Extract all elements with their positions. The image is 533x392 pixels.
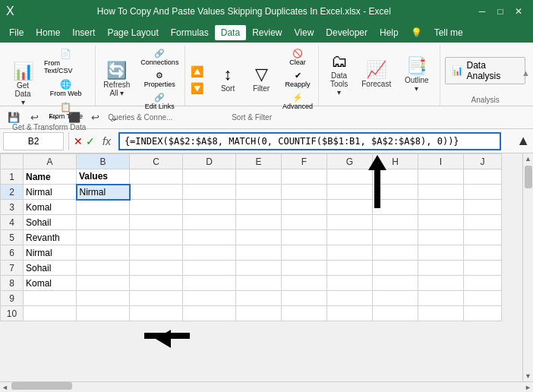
cell-I7[interactable] xyxy=(418,261,464,276)
confirm-formula-icon[interactable]: ✓ xyxy=(86,135,95,147)
from-web-button[interactable]: 🌐 From Web xyxy=(41,77,90,99)
menu-review[interactable]: Review xyxy=(246,25,288,40)
cell-F10[interactable] xyxy=(282,306,327,321)
cell-B4[interactable] xyxy=(77,215,130,230)
cell-G4[interactable] xyxy=(327,215,373,230)
cell-I6[interactable] xyxy=(418,245,464,261)
cell-A9[interactable] xyxy=(24,291,77,306)
cell-I10[interactable] xyxy=(418,306,464,321)
cell-B7[interactable] xyxy=(77,261,130,276)
filter-button[interactable]: ▽ Filter xyxy=(246,63,276,96)
cell-J6[interactable] xyxy=(464,245,502,261)
col-header-F[interactable]: F xyxy=(282,154,327,169)
cell-H10[interactable] xyxy=(373,306,418,321)
menu-file[interactable]: File xyxy=(3,25,30,40)
col-header-B[interactable]: B xyxy=(77,154,130,169)
cell-J4[interactable] xyxy=(464,215,502,230)
cell-H7[interactable] xyxy=(373,261,418,276)
cell-C6[interactable] xyxy=(130,245,183,261)
col-header-I[interactable]: I xyxy=(418,154,464,169)
cell-J2[interactable] xyxy=(464,185,502,200)
h-scroll-thumb[interactable] xyxy=(11,382,72,390)
cell-F8[interactable] xyxy=(282,276,327,291)
cell-C8[interactable] xyxy=(130,276,183,291)
menu-data[interactable]: Data xyxy=(215,25,246,40)
cell-D5[interactable] xyxy=(183,230,236,245)
cell-J9[interactable] xyxy=(464,291,502,306)
save-toolbar-btn[interactable]: 💾 xyxy=(3,110,24,125)
cell-H6[interactable] xyxy=(373,245,418,261)
menu-page-layout[interactable]: Page Layout xyxy=(101,25,164,40)
cell-A8[interactable]: Komal xyxy=(24,276,77,291)
menu-lightbulb-icon[interactable]: 💡 xyxy=(405,25,428,40)
cell-E9[interactable] xyxy=(236,291,282,306)
row-header-6[interactable]: 6 xyxy=(1,245,24,261)
cell-A5[interactable]: Revanth xyxy=(24,230,77,245)
row-header-4[interactable]: 4 xyxy=(1,215,24,230)
cell-H9[interactable] xyxy=(373,291,418,306)
cell-C4[interactable] xyxy=(130,215,183,230)
cell-E3[interactable] xyxy=(236,200,282,215)
cell-F9[interactable] xyxy=(282,291,327,306)
horizontal-scrollbar[interactable]: ◄ ► xyxy=(0,381,533,392)
cell-G9[interactable] xyxy=(327,291,373,306)
cell-I5[interactable] xyxy=(418,230,464,245)
cell-G1[interactable] xyxy=(327,169,373,185)
row-header-8[interactable]: 8 xyxy=(1,276,24,291)
cell-E10[interactable] xyxy=(236,306,282,321)
menu-home[interactable]: Home xyxy=(30,25,66,40)
cell-B10[interactable] xyxy=(77,306,130,321)
cell-A6[interactable]: Nirmal xyxy=(24,245,77,261)
cell-I2[interactable] xyxy=(418,185,464,200)
ribbon-collapse-icon[interactable]: ▲ xyxy=(522,68,530,77)
from-text-button[interactable]: 📄 From Text/CSV xyxy=(41,47,90,76)
touch-toolbar-btn[interactable]: ⬛ xyxy=(64,110,85,125)
cell-B3[interactable] xyxy=(77,200,130,215)
cell-B9[interactable] xyxy=(77,291,130,306)
cell-D7[interactable] xyxy=(183,261,236,276)
row-header-9[interactable]: 9 xyxy=(1,291,24,306)
cell-G7[interactable] xyxy=(327,261,373,276)
connections-button[interactable]: 🔗 Connections xyxy=(137,47,181,68)
cell-F2[interactable] xyxy=(282,185,327,200)
cell-C1[interactable] xyxy=(130,169,183,185)
cell-G10[interactable] xyxy=(327,306,373,321)
scroll-left-button[interactable]: ◄ xyxy=(0,384,10,391)
cell-J10[interactable] xyxy=(464,306,502,321)
cell-A1[interactable]: Name xyxy=(24,169,77,185)
menu-insert[interactable]: Insert xyxy=(66,25,101,40)
close-button[interactable]: ✕ xyxy=(510,3,527,20)
name-box[interactable] xyxy=(3,132,64,150)
cell-G5[interactable] xyxy=(327,230,373,245)
cell-A3[interactable]: Komal xyxy=(24,200,77,215)
cell-J3[interactable] xyxy=(464,200,502,215)
outline-button[interactable]: 📑 Outline ▾ xyxy=(398,55,435,96)
menu-formulas[interactable]: Formulas xyxy=(165,25,215,40)
cell-D10[interactable] xyxy=(183,306,236,321)
properties-button[interactable]: ⚙ Properties xyxy=(137,69,181,90)
cell-I4[interactable] xyxy=(418,215,464,230)
customize-toolbar-btn[interactable]: ⌄ xyxy=(106,110,123,125)
cell-C5[interactable] xyxy=(130,230,183,245)
row-header-3[interactable]: 3 xyxy=(1,200,24,215)
menu-help[interactable]: Help xyxy=(374,25,405,40)
row-header-7[interactable]: 7 xyxy=(1,261,24,276)
advanced-button[interactable]: ⚡ Advanced xyxy=(279,91,316,112)
cell-G6[interactable] xyxy=(327,245,373,261)
scroll-thumb[interactable] xyxy=(525,166,532,188)
cell-A10[interactable] xyxy=(24,306,77,321)
cell-B5[interactable] xyxy=(77,230,130,245)
cell-G3[interactable] xyxy=(327,200,373,215)
cell-D6[interactable] xyxy=(183,245,236,261)
cell-E2[interactable] xyxy=(236,185,282,200)
cell-F6[interactable] xyxy=(282,245,327,261)
cell-H4[interactable] xyxy=(373,215,418,230)
sort-button[interactable]: ↕ Sort xyxy=(213,63,243,96)
reapply-button[interactable]: ✔ Reapply xyxy=(279,69,316,90)
cell-E8[interactable] xyxy=(236,276,282,291)
scroll-track[interactable] xyxy=(523,164,533,371)
cell-D3[interactable] xyxy=(183,200,236,215)
row-header-10[interactable]: 10 xyxy=(1,306,24,321)
cell-I3[interactable] xyxy=(418,200,464,215)
cell-D1[interactable] xyxy=(183,169,236,185)
